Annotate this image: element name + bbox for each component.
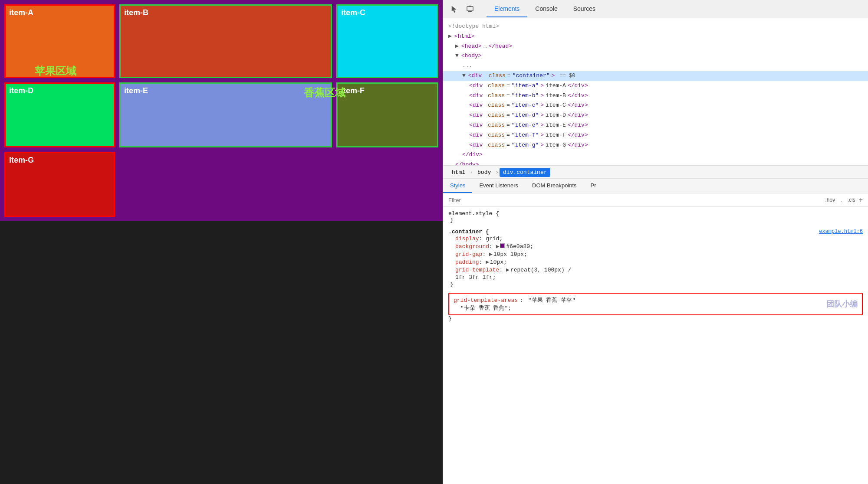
item-e-label: item-E <box>124 86 148 95</box>
tree-doctype: <!doctype html> <box>443 22 868 32</box>
styles-tab[interactable]: Styles <box>443 179 472 193</box>
dom-breakpoints-tab[interactable]: DOM Breakpoints <box>525 179 584 193</box>
styles-content[interactable]: element.style { } .container { example.h… <box>443 207 868 484</box>
tree-body: ▼ <body> <box>443 51 868 61</box>
svg-rect-2 <box>469 6 471 7</box>
apple-area-label: 苹果区域 <box>35 64 76 78</box>
styles-filter-input[interactable] <box>448 197 822 203</box>
container-style-rule: .container { example.html:6 display : gr… <box>448 229 863 288</box>
dom-tree[interactable]: <!doctype html> ▶ <html> ▶ <head> … </he… <box>443 18 868 166</box>
item-b: item-B <box>119 4 332 78</box>
properties-tab[interactable]: Pr <box>584 179 603 193</box>
devtools-toolbar: Elements Console Sources <box>443 0 868 18</box>
tree-item-e[interactable]: <div class = "item-e" > item-E </div> <box>443 121 868 131</box>
item-g-label: item-G <box>9 156 34 165</box>
tree-item-c[interactable]: <div class = "item-c" > item-C </div> <box>443 101 868 111</box>
item-c: item-C <box>336 4 438 78</box>
container-selector: .container { <box>448 229 489 235</box>
svg-rect-1 <box>468 11 472 12</box>
tree-item-g[interactable]: <div class = "item-g" > item-G </div> <box>443 141 868 150</box>
cls-button[interactable]: .cls <box>848 197 855 203</box>
cursor-tool-icon[interactable] <box>448 3 460 15</box>
tree-div-close: </div> <box>443 150 868 160</box>
display-rule: display : grid; <box>448 235 863 242</box>
tree-dots: ... <box>443 61 868 71</box>
tab-sources[interactable]: Sources <box>566 1 603 17</box>
tree-item-f[interactable]: <div class = "item-f" > item-F </div> <box>443 131 868 141</box>
grid-template-value: 1fr 3fr 1fr; <box>448 274 863 281</box>
styles-filter-bar: :hov . .cls + <box>443 193 868 207</box>
add-style-rule-button[interactable]: + <box>859 196 863 204</box>
tab-console[interactable]: Console <box>527 1 565 17</box>
item-f: item-F <box>336 82 438 147</box>
grid-gap-rule: grid-gap : ▶ 10px 10px; <box>448 250 863 258</box>
item-d-label: item-D <box>9 86 33 95</box>
tree-item-d[interactable]: <div class = "item-d" > item-D </div> <box>443 111 868 121</box>
element-style-rule: element.style { } <box>448 210 863 223</box>
event-listeners-tab[interactable]: Event Listeners <box>472 179 525 193</box>
tab-elements[interactable]: Elements <box>487 1 527 17</box>
tree-item-b[interactable]: <div class = "item-b" > item-B </div> <box>443 91 868 101</box>
styles-panel: Styles Event Listeners DOM Breakpoints P… <box>443 179 868 484</box>
container-source-link[interactable]: example.html:6 <box>819 229 863 235</box>
devtools-tabs: Elements Console Sources <box>487 1 603 17</box>
item-d: item-D <box>4 82 115 147</box>
tree-head: ▶ <head> … </head> <box>443 42 868 52</box>
devtools-panel: Elements Console Sources <!doctype html>… <box>443 0 868 484</box>
breadcrumb-body[interactable]: body <box>474 168 494 177</box>
item-c-label: item-C <box>341 8 365 17</box>
grid-template-areas-rule: grid-template-areas : "苹果 香蕉 苹苹" "卡朵 香蕉 … <box>448 293 863 315</box>
padding-rule: padding : ▶ 10px; <box>448 258 863 266</box>
banana-area-label: 香蕉区域 <box>304 86 345 100</box>
breadcrumb-html[interactable]: html <box>448 168 469 177</box>
breadcrumb-container[interactable]: div.container <box>500 168 550 177</box>
item-b-label: item-B <box>124 8 148 17</box>
background-rule: background : ▶ #6e0a80; <box>448 242 863 250</box>
tree-body-close: </body> <box>443 160 868 166</box>
hov-button[interactable]: :hov <box>825 197 835 203</box>
breadcrumb-bar: html › body › div.container <box>443 166 868 179</box>
tree-container[interactable]: ▼ <div class = "container" > == $0 <box>443 71 868 81</box>
item-e: item-E <box>119 82 332 147</box>
device-toolbar-icon[interactable] <box>464 3 476 15</box>
browser-viewport: item-A 苹果区域 item-B item-C item-D item-E … <box>0 0 443 221</box>
tree-item-a[interactable]: <div class = "item-a" > item-A </div> <box>443 81 868 91</box>
color-swatch[interactable] <box>500 243 505 248</box>
elements-panel: <!doctype html> ▶ <html> ▶ <head> … </he… <box>443 18 868 484</box>
styles-sub-tabs: Styles Event Listeners DOM Breakpoints P… <box>443 179 868 193</box>
item-a-label: item-A <box>9 8 33 17</box>
tree-html: ▶ <html> <box>443 32 868 42</box>
item-g: item-G <box>4 152 115 217</box>
grid-template-rule: grid-template : ▶ repeat(3, 100px) / <box>448 266 863 274</box>
svg-rect-0 <box>467 7 473 11</box>
element-style-selector: element.style { <box>448 210 499 217</box>
